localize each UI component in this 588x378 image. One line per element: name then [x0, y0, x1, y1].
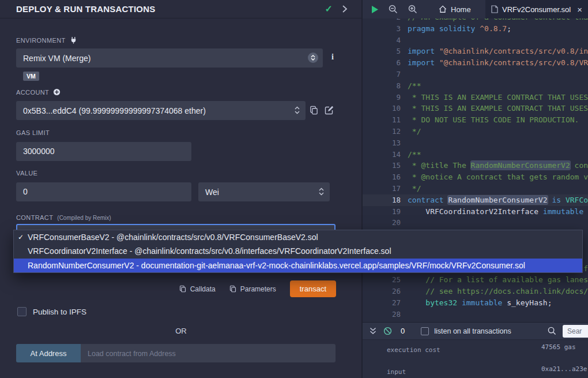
code-line[interactable]: 3pragma solidity ^0.8.7; — [363, 23, 588, 35]
deploy-run-panel: DEPLOY & RUN TRANSACTIONS ✓ ENVIRONMENT … — [0, 0, 362, 378]
tab-home-label: Home — [451, 5, 471, 14]
contract-option-label: RandomNumberConsumerV2 - documentation-g… — [28, 261, 525, 270]
code-line[interactable]: 6import "@chainlink/contracts/src/v0.8/V… — [363, 57, 588, 69]
code-line[interactable]: 7 — [363, 69, 588, 80]
tab-vrfv2consumer[interactable]: VRFv2Consumer.sol × — [485, 0, 588, 18]
code-line[interactable]: 28 — [363, 309, 588, 320]
code-line[interactable]: 9 * THIS IS AN EXAMPLE CONTRACT THAT USE… — [363, 92, 588, 103]
terminal-bar: 0 listen on all transactions — [363, 322, 588, 339]
parameters-button[interactable]: Parameters — [229, 285, 276, 293]
code-line[interactable]: 10 * THIS IS AN EXAMPLE CONTRACT THAT US… — [363, 103, 588, 114]
transact-button[interactable]: transact — [290, 280, 336, 297]
environment-select[interactable]: Remix VM (Merge) — [16, 48, 323, 68]
line-number: 20 — [363, 217, 401, 229]
editor-panel: Home VRFv2Consumer.sol × 2// An example … — [363, 0, 588, 378]
calldata-button[interactable]: Calldata — [179, 285, 216, 293]
code-text: // For a list of available gas lanes on … — [408, 274, 588, 286]
code-line[interactable]: 8/** — [363, 80, 588, 92]
clear-console-block-icon[interactable] — [380, 327, 395, 335]
copy-account-icon[interactable] — [310, 106, 318, 115]
code-line[interactable]: 5import "@chainlink/contracts/src/v0.8/i… — [363, 46, 588, 57]
publish-ipfs-row: Publish to IPFS — [17, 307, 86, 316]
code-text — [408, 217, 588, 229]
environment-info-icon[interactable]: i — [331, 53, 334, 62]
line-number: 3 — [363, 23, 401, 35]
contract-option-label: VRFConsumerBaseV2 - @chainlink/contracts… — [28, 233, 318, 242]
code-text — [408, 309, 588, 320]
line-number: 14 — [363, 149, 401, 160]
code-line[interactable]: 2// An example of a consumer contract th… — [363, 18, 588, 23]
deploy-actions-row: Calldata Parameters transact — [0, 280, 362, 297]
terminal-log-row: execution cost47565 gas — [363, 343, 588, 355]
at-address-button[interactable]: At Address — [16, 344, 81, 362]
line-number: 11 — [363, 114, 401, 126]
account-select[interactable]: 0x5B3...eddC4 (99.99999999999997374068 e… — [16, 101, 306, 120]
terminal-search-input[interactable] — [563, 325, 588, 338]
parameters-copy-icon — [229, 285, 236, 293]
code-line[interactable]: 14/** — [363, 149, 588, 160]
terminal-log[interactable]: execution cost47565 gasinput0xa21...a23e — [363, 339, 588, 378]
code-line[interactable]: 18contract RandomNumberConsumerV2 is VRF… — [363, 194, 588, 206]
line-number: 27 — [363, 297, 401, 309]
code-line[interactable]: 11 * DO NOT USE THIS CODE IN PRODUCTION. — [363, 114, 588, 126]
value-input[interactable] — [16, 182, 191, 201]
listen-transactions-checkbox[interactable] — [421, 327, 429, 335]
at-address-input[interactable] — [81, 344, 336, 362]
account-value: 0x5B3...eddC4 (99.99999999999997374068 e… — [23, 106, 206, 115]
contract-option[interactable]: RandomNumberConsumerV2 - documentation-g… — [14, 259, 582, 272]
code-line[interactable]: 15 * @title The RandomNumberConsumerV2 c… — [363, 160, 588, 171]
contract-option[interactable]: ✓VRFConsumerBaseV2 - @chainlink/contract… — [14, 230, 582, 244]
solidity-file-icon — [491, 5, 498, 13]
code-line[interactable]: 19 VRFCoordinatorV2Interface immutable C… — [363, 206, 588, 218]
account-label: ACCOUNT — [16, 88, 61, 96]
gas-limit-input[interactable] — [16, 142, 191, 161]
environment-caret-icon — [308, 53, 318, 63]
code-line[interactable]: 4 — [363, 35, 588, 46]
code-text: VRFCoordinatorV2Interface immutable COOR… — [408, 206, 588, 218]
line-number: 10 — [363, 103, 401, 114]
code-text: bytes32 immutable s_keyHash; — [408, 297, 588, 309]
add-account-plus-icon[interactable] — [53, 88, 61, 96]
code-line[interactable]: 20 — [363, 217, 588, 229]
code-text: import "@chainlink/contracts/src/v0.8/VR… — [408, 57, 588, 69]
publish-ipfs-label: Publish to IPFS — [33, 308, 86, 316]
line-number: 5 — [363, 46, 401, 57]
code-line[interactable]: 25 // For a list of available gas lanes … — [363, 274, 588, 286]
editor-tabbar: Home VRFv2Consumer.sol × — [363, 0, 588, 18]
code-line[interactable]: 27 bytes32 immutable s_keyHash; — [363, 297, 588, 309]
line-number: 7 — [363, 69, 401, 80]
line-number: 4 — [363, 35, 401, 46]
code-line[interactable]: 12 */ — [363, 126, 588, 137]
line-number: 16 — [363, 171, 401, 183]
code-line[interactable]: 26 // see https://docs.chain.link/docs/v… — [363, 286, 588, 297]
code-line[interactable]: 13 — [363, 137, 588, 149]
environment-label: ENVIRONMENT — [16, 36, 77, 44]
zoom-in-icon[interactable] — [403, 5, 423, 14]
collapse-panel-chevron-icon[interactable] — [342, 5, 348, 13]
code-text: * THIS IS AN EXAMPLE CONTRACT THAT USES … — [408, 92, 588, 103]
code-line[interactable]: 17 */ — [363, 183, 588, 194]
expand-terminal-chevrons-icon[interactable] — [366, 327, 380, 335]
code-line[interactable]: 16 * @notice A contract that gets random… — [363, 171, 588, 183]
code-editor[interactable]: 2// An example of a consumer contract th… — [363, 18, 588, 322]
publish-ipfs-checkbox[interactable] — [17, 307, 27, 316]
tab-file-label: VRFv2Consumer.sol — [502, 5, 571, 14]
or-divider: OR — [0, 327, 362, 335]
code-text: * @title The RandomNumberConsumerV2 cont… — [408, 160, 588, 171]
value-unit-select[interactable]: Wei — [198, 182, 330, 201]
tab-home[interactable]: Home — [431, 0, 479, 18]
code-text: */ — [408, 126, 588, 137]
code-text: * THIS IS AN EXAMPLE CONTRACT THAT USES … — [408, 103, 588, 114]
edit-account-icon[interactable] — [325, 106, 334, 115]
run-script-play-icon[interactable] — [366, 5, 383, 14]
plug-icon — [70, 36, 77, 44]
gas-limit-label: GAS LIMIT — [16, 129, 50, 136]
vm-badge: VM — [23, 72, 39, 81]
panel-title: DEPLOY & RUN TRANSACTIONS — [16, 4, 155, 14]
zoom-out-icon[interactable] — [383, 5, 403, 14]
code-text: pragma solidity ^0.8.7; — [408, 23, 588, 35]
line-number: 2 — [363, 18, 401, 23]
contract-option[interactable]: VRFCoordinatorV2Interface - @chainlink/c… — [14, 244, 582, 258]
contract-option-label: VRFCoordinatorV2Interface - @chainlink/c… — [28, 246, 391, 256]
close-tab-icon[interactable]: × — [577, 5, 582, 14]
